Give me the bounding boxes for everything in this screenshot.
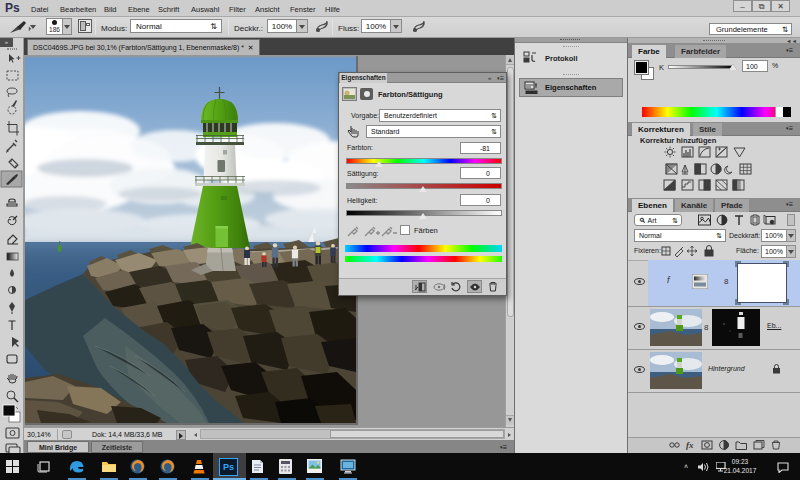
svg-text:fx: fx (686, 440, 694, 450)
